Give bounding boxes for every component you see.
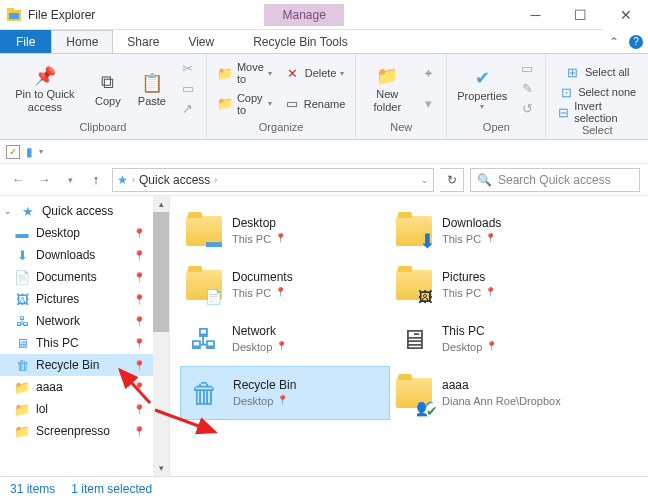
star-icon: ★ bbox=[117, 173, 128, 187]
item-downloads[interactable]: ⬇ DownloadsThis PC📍 bbox=[390, 204, 600, 258]
properties-button[interactable]: ✔ Properties ▾ bbox=[453, 58, 511, 119]
folder-icon: 📁 bbox=[14, 423, 30, 439]
new-item-button[interactable]: ✦ bbox=[416, 63, 440, 83]
sidebar-item-screenpresso[interactable]: 📁Screenpresso📍 bbox=[0, 420, 169, 442]
new-folder-icon: 📁 bbox=[375, 64, 399, 88]
context-tab-manage[interactable]: Manage bbox=[264, 4, 343, 26]
group-label: Select bbox=[552, 122, 642, 138]
desktop-icon: ▬ bbox=[184, 211, 224, 251]
breadcrumb-root[interactable]: Quick access bbox=[139, 173, 210, 187]
item-this-pc[interactable]: 🖥 This PCDesktop📍 bbox=[390, 312, 600, 366]
tab-share[interactable]: Share bbox=[113, 30, 174, 53]
svg-rect-1 bbox=[7, 8, 14, 12]
maximize-button[interactable]: ☐ bbox=[558, 0, 603, 30]
sidebar-item-documents[interactable]: 📄Documents📍 bbox=[0, 266, 169, 288]
paste-shortcut-button[interactable]: ↗ bbox=[176, 99, 200, 119]
scroll-up-icon[interactable]: ▴ bbox=[153, 196, 169, 212]
tab-view[interactable]: View bbox=[174, 30, 229, 53]
item-aaaa[interactable]: 👥✔ aaaaDiana Ann Roe\Dropbox bbox=[390, 366, 600, 420]
paste-button[interactable]: 📋 Paste bbox=[132, 58, 172, 119]
open-button[interactable]: ▭ bbox=[515, 58, 539, 78]
breadcrumb-dropdown-icon[interactable]: ⌄ bbox=[421, 175, 429, 185]
shortcut-icon: ↗ bbox=[180, 101, 196, 117]
downloads-icon: ⬇ bbox=[14, 247, 30, 263]
window-controls: ─ ☐ ✕ bbox=[513, 0, 648, 30]
tab-file[interactable]: File bbox=[0, 30, 51, 53]
window-title: File Explorer bbox=[28, 8, 95, 22]
group-label: Open bbox=[453, 119, 539, 135]
item-documents[interactable]: 📄 DocumentsThis PC📍 bbox=[180, 258, 390, 312]
invert-selection-button[interactable]: ⊟Invert selection bbox=[552, 102, 642, 122]
copyto-icon: 📁 bbox=[217, 96, 233, 112]
svg-rect-2 bbox=[9, 13, 19, 19]
new-item-icon: ✦ bbox=[420, 65, 436, 81]
status-selected: 1 item selected bbox=[71, 482, 152, 496]
ribbon: 📌 Pin to Quick access ⧉ Copy 📋 Paste ✂ ▭… bbox=[0, 54, 648, 140]
sidebar-item-this-pc[interactable]: 🖥This PC📍 bbox=[0, 332, 169, 354]
delete-button[interactable]: ✕Delete▾ bbox=[280, 63, 350, 83]
item-recycle-bin[interactable]: 🗑 Recycle BinDesktop📍 bbox=[180, 366, 390, 420]
move-to-button[interactable]: 📁Move to▾ bbox=[213, 63, 276, 83]
select-all-icon: ⊞ bbox=[565, 64, 581, 80]
tab-recycle-bin-tools[interactable]: Recycle Bin Tools bbox=[239, 30, 363, 53]
search-input[interactable]: 🔍 Search Quick access bbox=[470, 168, 640, 192]
sidebar-item-pictures[interactable]: 🖼Pictures📍 bbox=[0, 288, 169, 310]
cut-button[interactable]: ✂ bbox=[176, 58, 200, 78]
ribbon-group-open: ✔ Properties ▾ ▭ ✎ ↺ Open bbox=[447, 54, 546, 139]
sidebar-scrollbar[interactable]: ▴ ▾ bbox=[153, 196, 169, 476]
recycle-bin-icon: 🗑 bbox=[185, 373, 225, 413]
tab-home[interactable]: Home bbox=[51, 30, 113, 53]
status-bar: 31 items 1 item selected bbox=[0, 476, 648, 500]
copy-to-button[interactable]: 📁Copy to▾ bbox=[213, 94, 276, 114]
history-button[interactable]: ↺ bbox=[515, 99, 539, 119]
help-button[interactable]: ? bbox=[624, 30, 648, 53]
search-icon: 🔍 bbox=[477, 173, 492, 187]
item-desktop[interactable]: ▬ DesktopThis PC📍 bbox=[180, 204, 390, 258]
easy-access-button[interactable]: ▾ bbox=[416, 94, 440, 114]
scroll-down-icon[interactable]: ▾ bbox=[153, 460, 169, 476]
close-button[interactable]: ✕ bbox=[603, 0, 648, 30]
rename-button[interactable]: ▭Rename bbox=[280, 94, 350, 114]
pin-icon: 📍 bbox=[485, 233, 496, 245]
sidebar-item-downloads[interactable]: ⬇Downloads📍 bbox=[0, 244, 169, 266]
path-icon: ▭ bbox=[180, 80, 196, 96]
back-button[interactable]: ← bbox=[8, 170, 28, 190]
sidebar-item-desktop[interactable]: ▬Desktop📍 bbox=[0, 222, 169, 244]
collapse-ribbon-icon[interactable]: ⌃ bbox=[604, 30, 624, 53]
edit-button[interactable]: ✎ bbox=[515, 78, 539, 98]
content-pane[interactable]: ▬ DesktopThis PC📍 ⬇ DownloadsThis PC📍 📄 … bbox=[170, 196, 648, 476]
easy-access-icon: ▾ bbox=[420, 96, 436, 112]
ribbon-group-clipboard: 📌 Pin to Quick access ⧉ Copy 📋 Paste ✂ ▭… bbox=[0, 54, 207, 139]
sidebar-quick-access-header[interactable]: ⌄ ★ Quick access bbox=[0, 200, 169, 222]
minimize-button[interactable]: ─ bbox=[513, 0, 558, 30]
select-none-button[interactable]: ⊡Select none bbox=[552, 82, 642, 102]
copy-path-button[interactable]: ▭ bbox=[176, 78, 200, 98]
pin-icon: 📍 bbox=[133, 228, 145, 239]
checkbox-icon[interactable]: ✓ bbox=[6, 145, 20, 159]
cut-icon: ✂ bbox=[180, 60, 196, 76]
status-count: 31 items bbox=[10, 482, 55, 496]
select-all-button[interactable]: ⊞Select all bbox=[552, 62, 642, 82]
scroll-thumb[interactable] bbox=[153, 212, 169, 332]
group-label: New bbox=[362, 119, 440, 135]
recent-dropdown[interactable]: ▾ bbox=[60, 170, 80, 190]
dropdown-icon[interactable]: ▾ bbox=[39, 147, 43, 156]
sidebar-item-aaaa[interactable]: 📁aaaa📍 bbox=[0, 376, 169, 398]
sidebar-item-lol[interactable]: 📁lol📍 bbox=[0, 398, 169, 420]
up-button[interactable]: ↑ bbox=[86, 170, 106, 190]
item-network[interactable]: 🖧 NetworkDesktop📍 bbox=[180, 312, 390, 366]
new-folder-button[interactable]: 📁 New folder bbox=[362, 58, 412, 119]
item-pictures[interactable]: 🖼 PicturesThis PC📍 bbox=[390, 258, 600, 312]
folder-icon: 📁 bbox=[14, 379, 30, 395]
sidebar-item-network[interactable]: 🖧Network📍 bbox=[0, 310, 169, 332]
breadcrumb-bar[interactable]: ★ › Quick access › ⌄ bbox=[112, 168, 434, 192]
group-label: Organize bbox=[213, 119, 349, 135]
copy-button[interactable]: ⧉ Copy bbox=[88, 58, 128, 119]
pin-icon: 📍 bbox=[133, 404, 145, 415]
navigation-pane: ⌄ ★ Quick access ▬Desktop📍 ⬇Downloads📍 📄… bbox=[0, 196, 170, 476]
sidebar-item-recycle-bin[interactable]: 🗑Recycle Bin📍 bbox=[0, 354, 169, 376]
forward-button[interactable]: → bbox=[34, 170, 54, 190]
pin-to-quick-access-button[interactable]: 📌 Pin to Quick access bbox=[6, 58, 84, 119]
pin-icon: 📍 bbox=[276, 341, 287, 353]
refresh-button[interactable]: ↻ bbox=[440, 168, 464, 192]
